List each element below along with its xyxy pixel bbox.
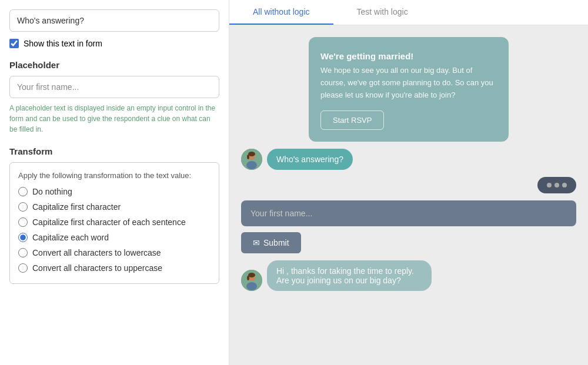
send-icon: ✉ [253, 238, 260, 247]
show-text-checkbox[interactable] [9, 39, 19, 48]
placeholder-preview: Your first name... [9, 76, 219, 98]
tab-test-with-logic[interactable]: Test with logic [333, 0, 432, 25]
avatar-followup [241, 270, 262, 291]
radio-uppercase-label: Convert all characters to uppercase [32, 263, 162, 273]
typing-bubble [537, 177, 576, 193]
radio-lowercase: Convert all characters to lowercase [18, 248, 211, 257]
right-panel: All without logic Test with logic We're … [229, 0, 588, 365]
left-panel: Show this text in form Placeholder Your … [0, 0, 229, 365]
radio-do-nothing-label: Do nothing [32, 187, 72, 196]
tab-all-without-logic[interactable]: All without logic [229, 0, 333, 25]
placeholder-helper: A placeholder text is displayed inside a… [9, 103, 219, 135]
transform-desc: Apply the following transformation to th… [18, 171, 211, 180]
followup-row: Hi , thanks for taking the time to reply… [241, 260, 576, 291]
input-area: Your first name... ✉ Submit [241, 200, 576, 253]
radio-do-nothing: Do nothing [18, 187, 211, 196]
submit-label: Submit [263, 238, 289, 247]
radio-capitalize-first-label: Capitalize first character [32, 202, 121, 212]
welcome-card: We're getting married! We hope to see yo… [309, 37, 509, 142]
label-input[interactable] [9, 9, 219, 32]
show-text-label: Show this text in form [24, 39, 102, 48]
avatar-question [241, 149, 262, 170]
radio-capitalize-word-input[interactable] [18, 233, 28, 242]
radio-capitalize-sentence: Capitalize first character of each sente… [18, 217, 211, 227]
svg-point-2 [246, 161, 257, 169]
typing-dot-1 [547, 183, 552, 187]
radio-capitalize-sentence-label: Capitalize first character of each sente… [32, 217, 186, 227]
svg-point-4 [247, 155, 249, 159]
radio-uppercase-input[interactable] [18, 263, 28, 273]
radio-capitalize-first-input[interactable] [18, 202, 28, 212]
transform-section: Transform Apply the following transforma… [9, 146, 219, 284]
text-input-preview[interactable]: Your first name... [241, 200, 576, 226]
typing-dot-2 [554, 183, 559, 187]
typing-row [241, 177, 576, 193]
radio-do-nothing-input[interactable] [18, 187, 28, 196]
radio-lowercase-label: Convert all characters to lowercase [32, 248, 161, 257]
svg-point-7 [246, 282, 257, 290]
radio-capitalize-word: Capitalize each word [18, 233, 211, 242]
transform-box: Apply the following transformation to th… [9, 162, 219, 284]
question-bubble: Who's answering? [267, 149, 353, 170]
submit-button-preview[interactable]: ✉ Submit [241, 232, 301, 253]
followup-bubble: Hi , thanks for taking the time to reply… [267, 260, 432, 291]
welcome-body: We hope to see you all on our big day. B… [320, 65, 497, 101]
radio-capitalize-first: Capitalize first character [18, 202, 211, 212]
radio-lowercase-input[interactable] [18, 248, 28, 257]
chat-area: We're getting married! We hope to see yo… [229, 25, 588, 365]
placeholder-title: Placeholder [9, 60, 219, 70]
radio-uppercase: Convert all characters to uppercase [18, 263, 211, 273]
placeholder-section: Placeholder Your first name... A placeho… [9, 60, 219, 135]
transform-title: Transform [9, 146, 219, 156]
radio-capitalize-sentence-input[interactable] [18, 217, 28, 227]
question-row: Who's answering? [241, 149, 576, 170]
start-rsvp-button[interactable]: Start RSVP [320, 110, 384, 130]
label-section: Show this text in form [9, 9, 219, 48]
svg-point-8 [248, 273, 255, 277]
tabs-bar: All without logic Test with logic [229, 0, 588, 25]
welcome-title: We're getting married! [320, 51, 497, 61]
typing-dot-3 [562, 183, 567, 187]
show-text-row: Show this text in form [9, 39, 219, 48]
svg-point-9 [247, 276, 249, 280]
radio-capitalize-word-label: Capitalize each word [32, 233, 109, 242]
svg-point-3 [248, 152, 255, 156]
